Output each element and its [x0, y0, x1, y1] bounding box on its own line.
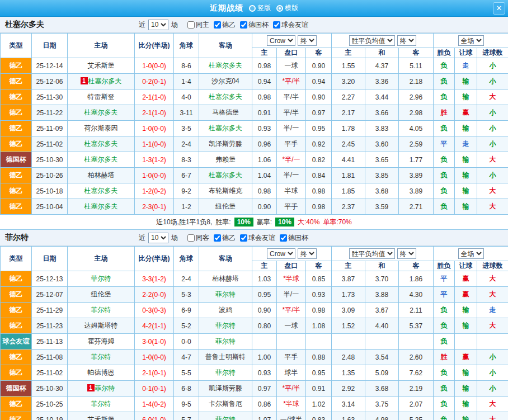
europe-time-select[interactable]: 终: [397, 248, 416, 259]
filter-checkbox-球会友谊[interactable]: 球会友谊: [273, 20, 308, 30]
col-header-score: 比分(半场): [135, 247, 174, 271]
checkbox-input[interactable]: [187, 234, 195, 242]
horizontal-radio-icon[interactable]: [276, 5, 283, 12]
europe-metric-select[interactable]: 胜平负均值: [349, 35, 395, 46]
result-group-header: 全场: [434, 34, 508, 48]
bookmaker-select[interactable]: Crow: [267, 35, 295, 46]
checkbox-input[interactable]: [273, 21, 280, 29]
match-row: 德国杯25-10-301菲尔特0-1(0-1)6-8凯泽斯劳滕0.97*平/半0…: [1, 381, 508, 397]
corner-score: 6-8: [174, 381, 199, 397]
handicap-line: 一/球半: [277, 412, 306, 420]
matches-unit-label: 场: [171, 233, 178, 243]
league-type-badge: 德国杯: [1, 381, 32, 397]
handicap-result: 输: [455, 183, 477, 199]
period-select[interactable]: 全场: [458, 248, 484, 259]
handicap-line: 平手: [277, 199, 306, 215]
match-count-select[interactable]: 10: [148, 20, 168, 30]
asian-odds-away: 0.90: [306, 58, 332, 74]
score: 1-0(0-0): [135, 58, 174, 74]
checkbox-input[interactable]: [280, 234, 287, 242]
handicap-line: *平/半: [277, 303, 306, 318]
team-name: 菲尔特: [0, 233, 139, 243]
match-row: 德乙25-10-18杜塞尔多夫1-2(0-2)9-2布轮斯维克0.98半球0.9…: [1, 183, 508, 199]
europe-metric-select[interactable]: 胜平负均值: [349, 248, 395, 259]
match-row: 德乙25-11-30特雷斯登2-1(1-0)4-0杜塞尔多夫0.98平/半0.9…: [1, 89, 508, 105]
subcol-eu-draw: 和: [365, 48, 399, 58]
subcol-handicap-result: 让球: [455, 261, 477, 271]
col-header-type: 类型: [1, 34, 32, 58]
score: 0-2(0-1): [135, 74, 174, 89]
filter-checkbox-同主[interactable]: 同主: [187, 20, 209, 30]
home-team: 杜塞尔多夫: [68, 183, 135, 199]
asian-odds-away: 0.95: [306, 365, 332, 381]
europe-time-select[interactable]: 终: [397, 35, 416, 46]
asian-odds-home: [252, 334, 277, 350]
filter-checkbox-德乙[interactable]: 德乙: [214, 233, 236, 243]
goals-result: 小: [477, 168, 508, 183]
euro-odds-draw: 3.65: [365, 152, 399, 168]
results-table: 类型 日期 主场 比分(半场) 角球 客场 Crow终 胜平负均值终 全场: [0, 33, 508, 215]
layout-option-vertical[interactable]: 竖版: [249, 3, 271, 13]
col-header-corner: 角球: [174, 34, 199, 58]
asian-odds-home: 0.94: [252, 74, 277, 89]
filter-checkbox-同客[interactable]: 同客: [187, 233, 209, 243]
match-date: 25-11-29: [32, 303, 68, 318]
handicap-result: 输: [455, 89, 477, 105]
match-result: 负: [434, 183, 455, 199]
checkbox-input[interactable]: [214, 234, 221, 242]
euro-odds-draw: 3.59: [365, 199, 399, 215]
match-row: 德乙25-11-02杜塞尔多夫1-1(0-0)2-4凯泽斯劳滕0.96平手0.9…: [1, 136, 508, 152]
col-header-corner: 角球: [174, 247, 199, 271]
score: 2-2(0-0): [135, 287, 174, 303]
near-label: 近: [139, 20, 145, 30]
checkbox-input[interactable]: [240, 21, 247, 29]
layout-option-horizontal[interactable]: 横版: [276, 3, 298, 13]
checkbox-input[interactable]: [187, 21, 195, 29]
euro-odds-away: 5.11: [399, 58, 434, 74]
match-result: 负: [434, 152, 455, 168]
match-count-select[interactable]: 10: [148, 233, 168, 243]
handicap-result: 输: [455, 74, 477, 89]
corner-score: 2-4: [174, 271, 199, 287]
handicap-line: *平/半: [277, 381, 306, 397]
period-select[interactable]: 全场: [458, 35, 484, 46]
filter-checkbox-德乙[interactable]: 德乙: [214, 20, 236, 30]
filter-checkbox-德国杯[interactable]: 德国杯: [280, 233, 308, 243]
subcol-result: 胜负: [434, 261, 455, 271]
asian-odds-away: 0.92: [306, 136, 332, 152]
score: 2-3(0-1): [135, 199, 174, 215]
bookmaker-select[interactable]: Crow: [267, 248, 295, 259]
asian-odds-home: 0.86: [252, 397, 277, 412]
match-date: 25-11-13: [32, 334, 68, 350]
odds-time-select[interactable]: 终: [298, 35, 317, 46]
vertical-radio-icon[interactable]: [249, 5, 256, 12]
goals-result: 大: [477, 397, 508, 412]
results-table: 类型 日期 主场 比分(半场) 角球 客场 Crow终 胜平负均值终 全场: [0, 246, 508, 420]
euro-odds-away: 3.89: [399, 168, 434, 183]
checkbox-input[interactable]: [240, 234, 247, 242]
checkbox-input[interactable]: [214, 21, 221, 29]
score: 0-3(0-3): [135, 303, 174, 318]
away-team: 菲尔特: [199, 365, 252, 381]
checkbox-label: 球会友谊: [281, 20, 308, 30]
close-icon[interactable]: ✕: [493, 2, 505, 15]
handicap-result: 赢: [455, 287, 477, 303]
league-type-badge: 德乙: [1, 271, 32, 287]
away-team: 杜塞尔多夫: [199, 121, 252, 136]
subcol-eu-away: 客: [399, 261, 434, 271]
goals-result: 大: [477, 152, 508, 168]
home-team: 1杜塞尔多夫: [68, 74, 135, 89]
euro-odds-draw: 3.36: [365, 74, 399, 89]
euro-odds-draw: 3.68: [365, 183, 399, 199]
odds-time-select[interactable]: 终: [298, 248, 317, 259]
home-team: 菲尔特: [68, 303, 135, 318]
euro-odds-home: 1.52: [332, 318, 365, 334]
euro-odds-away: 2.71: [399, 199, 434, 215]
filter-checkbox-德国杯[interactable]: 德国杯: [240, 20, 269, 30]
filter-bar: 近 10 场 同客德乙球会友谊德国杯: [139, 233, 308, 243]
home-team: 艾禾斯堡: [68, 412, 135, 420]
away-team: 杜塞尔多夫: [199, 58, 252, 74]
asian-odds-home: 0.91: [252, 105, 277, 121]
filter-checkbox-球会友谊[interactable]: 球会友谊: [240, 233, 275, 243]
euro-odds-away: 4.05: [399, 121, 434, 136]
